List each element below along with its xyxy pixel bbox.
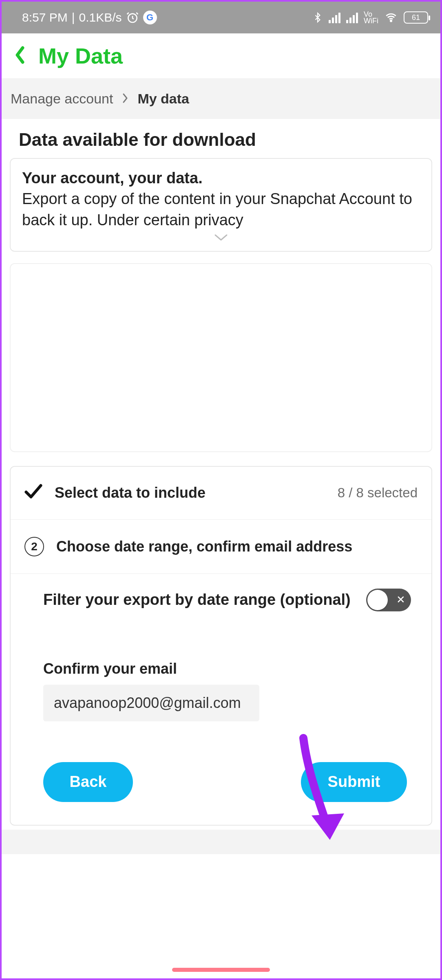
status-separator: |: [72, 11, 75, 24]
battery-indicator: 61: [404, 11, 428, 24]
intro-card: Your account, your data. Export a copy o…: [10, 158, 432, 252]
back-button-form[interactable]: Back: [43, 762, 133, 802]
email-field[interactable]: avapanoop2000@gmail.com: [43, 685, 259, 721]
app-header: My Data: [2, 33, 440, 78]
submit-button[interactable]: Submit: [301, 762, 407, 802]
alarm-icon: [126, 11, 139, 24]
step-1-count: 8 / 8 selected: [338, 485, 418, 501]
button-row: Back Submit: [11, 739, 431, 825]
step-2-number: 2: [24, 537, 44, 556]
step-2-row: 2 Choose date range, confirm email addre…: [11, 520, 431, 574]
step-1-label: Select data to include: [55, 484, 206, 501]
svg-point-1: [390, 20, 391, 22]
intro-heading: Your account, your data.: [22, 168, 420, 189]
breadcrumb-parent[interactable]: Manage account: [11, 91, 113, 107]
breadcrumb: Manage account My data: [2, 78, 440, 119]
blank-card: [10, 263, 432, 452]
intro-body: Export a copy of the content in your Sna…: [22, 189, 420, 231]
section-heading: Data available for download: [2, 119, 440, 158]
filter-label: Filter your export by date range (option…: [43, 589, 354, 610]
step-2-label: Choose date range, confirm email address: [56, 538, 352, 555]
check-icon: [24, 484, 42, 502]
vowifi-indicator: Vo WiFi: [364, 11, 378, 24]
google-icon: G: [143, 11, 157, 24]
confirm-email-label: Confirm your email: [43, 660, 411, 677]
date-range-toggle[interactable]: ✕: [366, 589, 411, 611]
expand-button[interactable]: [213, 227, 229, 248]
wifi-icon: [384, 12, 398, 23]
status-time: 8:57 PM: [22, 11, 68, 24]
signal-icon-1: [329, 12, 340, 23]
gesture-bar[interactable]: [172, 968, 270, 972]
page-title: My Data: [38, 43, 123, 68]
steps-card: Select data to include 8 / 8 selected 2 …: [10, 466, 432, 826]
signal-icon-2: [346, 12, 358, 23]
close-icon: ✕: [396, 593, 405, 606]
breadcrumb-current: My data: [137, 91, 189, 107]
footer-space: [2, 830, 440, 854]
bluetooth-icon: [312, 11, 323, 24]
status-net-speed: 0.1KB/s: [79, 11, 122, 24]
status-bar: 8:57 PM | 0.1KB/s G Vo WiFi 61: [2, 2, 440, 33]
step-1-row[interactable]: Select data to include 8 / 8 selected: [11, 467, 431, 520]
toggle-knob: [367, 590, 388, 610]
back-button[interactable]: [14, 46, 26, 66]
step-2-body: Filter your export by date range (option…: [11, 574, 431, 739]
chevron-right-icon: [122, 91, 128, 107]
